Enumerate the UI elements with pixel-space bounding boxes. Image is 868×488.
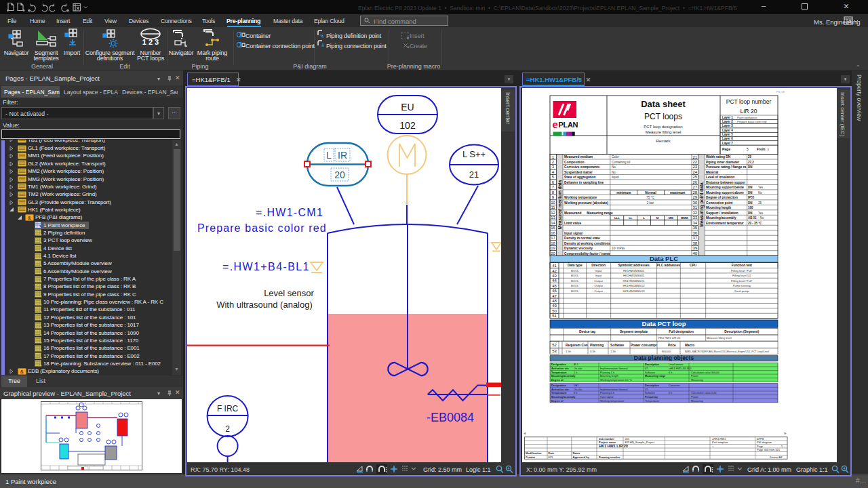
svg-text:PN_08: PN_08	[776, 90, 785, 94]
svg-text:2: 2	[225, 424, 230, 434]
svg-text:0 h: 0 h	[669, 371, 672, 374]
svg-text:BOOL: BOOL	[571, 279, 579, 283]
svg-text:Input: Input	[595, 269, 602, 272]
svg-text:Connection point: Connection point	[706, 201, 733, 205]
svg-text:Pump running: Pump running	[733, 284, 751, 287]
svg-text:Mounting support below: Mounting support below	[706, 186, 744, 189]
svg-text:001: 001	[625, 437, 630, 441]
svg-text:4: 4	[552, 170, 555, 174]
svg-text:21: 21	[469, 169, 479, 180]
svg-text:Prepare basic color red: Prepare basic color red	[197, 222, 327, 234]
svg-text:43: 43	[552, 274, 557, 278]
svg-text:LL: LL	[629, 216, 633, 220]
svg-text:Filling level 1/2: Filling level 1/2	[732, 274, 751, 277]
svg-text:Yes: Yes	[758, 211, 764, 215]
svg-text:Approved by: Approved by	[573, 455, 590, 459]
svg-text:Page: Page	[722, 147, 730, 151]
svg-text:Activation site: Activation site	[551, 367, 569, 370]
svg-text:BL1: BL1	[574, 363, 578, 366]
svg-text:AB 51: AB 51	[748, 216, 757, 220]
svg-text:maximum: maximum	[670, 191, 685, 195]
svg-text:20: 20	[551, 251, 555, 256]
svg-text:46: 46	[552, 289, 557, 293]
svg-text:2 bar: 2 bar	[647, 201, 654, 205]
svg-text:Measured medium: Measured medium	[564, 155, 593, 159]
svg-text:1 h: 1 h	[574, 371, 577, 374]
svg-text:=.HW1-CM1: =.HW1-CM1	[256, 207, 323, 218]
svg-text:BOOL: BOOL	[571, 284, 579, 287]
svg-text:=.HW1+B4-BL1: =.HW1+B4-BL1	[222, 261, 310, 272]
svg-text:=HK1.HW1+B4-BL1: =HK1.HW1+B4-BL1	[669, 367, 692, 370]
svg-text:Filling level "Full": Filling level "Full"	[731, 269, 753, 272]
svg-text:Software: Software	[610, 344, 625, 347]
svg-text:PCT loop number: PCT loop number	[726, 98, 772, 105]
svg-text:Frequency: Frequency	[645, 396, 658, 399]
svg-text:32: 32	[692, 211, 697, 215]
svg-text:Degree of protection: Degree of protection	[706, 196, 738, 199]
svg-text:48: 48	[552, 299, 557, 303]
svg-text:Remark: Remark	[656, 139, 671, 143]
svg-text:Width rating DN: Width rating DN	[706, 155, 731, 159]
svg-text:MM: MM	[669, 216, 673, 220]
svg-text:39: 39	[692, 246, 697, 250]
svg-text:No: No	[612, 171, 616, 174]
svg-text:Planning 0 h: Planning 0 h	[600, 392, 614, 394]
svg-text:12: 12	[551, 211, 555, 215]
svg-text:Creator: Creator	[526, 455, 536, 459]
svg-text:PCT loop designation: PCT loop designation	[644, 125, 682, 129]
svg-text:Description (Segment): Description (Segment)	[724, 330, 760, 333]
svg-text:Density at working conditions: Density at working conditions	[564, 242, 611, 245]
svg-text:Measuring range: Measuring range	[645, 375, 665, 378]
svg-text:Working temperature: Working temperature	[564, 196, 597, 199]
svg-text:Degree of: Degree of	[551, 379, 564, 382]
svg-text:Data planning objects: Data planning objects	[634, 354, 694, 361]
svg-text:&: &	[20, 368, 24, 374]
svg-text:5: 5	[781, 445, 783, 448]
svg-text:-EB0084: -EB0084	[427, 411, 474, 424]
svg-text:On-site: On-site	[574, 367, 582, 370]
svg-text:Power: Power	[691, 396, 698, 399]
svg-text:PLC addresses: PLC addresses	[657, 264, 681, 267]
svg-text:Modification: Modification	[526, 451, 542, 455]
svg-text:26: 26	[692, 180, 697, 184]
svg-text:7: 7	[552, 185, 555, 189]
svg-text:Containing oil: Containing oil	[612, 161, 630, 164]
svg-text:14: 14	[551, 221, 555, 225]
svg-text:53: 53	[552, 349, 557, 353]
svg-text:Power: Power	[691, 375, 698, 378]
svg-text:HK1HW1MSSO3: HK1HW1MSSO3	[623, 289, 646, 293]
svg-text:Data type: Data type	[568, 264, 583, 267]
svg-text:36: 36	[692, 231, 697, 235]
svg-text:L S++: L S++	[462, 149, 486, 159]
svg-text:Dynamic viscosity: Dynamic viscosity	[564, 247, 593, 250]
svg-text:+: +	[712, 445, 714, 448]
svg-text:1: 1	[552, 155, 555, 159]
svg-text:Output: Output	[594, 284, 603, 287]
svg-text:41: 41	[552, 264, 557, 268]
svg-text:Mounting support above: Mounting support above	[706, 191, 744, 195]
svg-text:Mounting/assembly: Mounting/assembly	[706, 216, 736, 220]
svg-text:10³ mPas: 10³ mPas	[612, 247, 625, 250]
svg-text:102: 102	[399, 120, 416, 131]
svg-text:Calculation value 0,00: Calculation value 0,00	[691, 392, 716, 394]
svg-text:DN: DN	[748, 165, 753, 169]
svg-text:27,2: 27,2	[748, 161, 754, 164]
svg-text:e: e	[553, 119, 558, 130]
svg-text:LIR 20: LIR 20	[740, 108, 757, 115]
svg-text:Symbolic addresses: Symbolic addresses	[618, 264, 650, 267]
svg-text:Drawing number: Drawing number	[599, 455, 620, 459]
svg-text:&PFB: &PFB	[757, 437, 764, 441]
svg-text:100: 100	[748, 206, 753, 209]
svg-text:EU: EU	[401, 102, 414, 113]
svg-text:31: 31	[692, 205, 697, 209]
svg-text:25: 25	[692, 175, 697, 179]
svg-text:Fault pump: Fault pump	[734, 289, 749, 293]
svg-text:Pressure rating / flange ra: Pressure rating / flange ra	[706, 165, 747, 169]
svg-text:IR: IR	[338, 150, 347, 161]
svg-text:Output: Output	[594, 279, 603, 283]
svg-text:9: 9	[552, 195, 555, 199]
svg-text:State of aggregation: State of aggregation	[564, 176, 595, 179]
svg-text:On-site: On-site	[574, 388, 582, 391]
svg-text:Implementation General: Implementation General	[600, 388, 628, 391]
svg-text:3: 3	[552, 165, 555, 169]
